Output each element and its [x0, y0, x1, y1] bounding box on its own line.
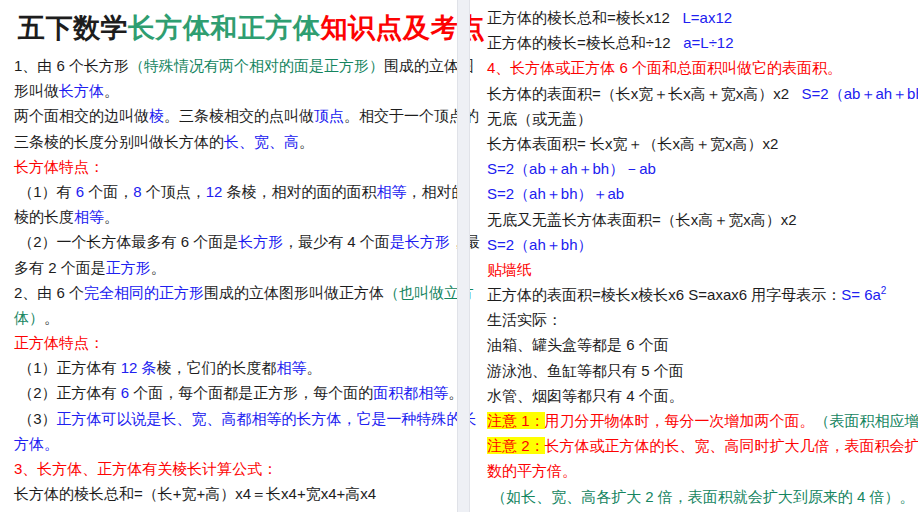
text-segment: 正方体的表面积=棱长x棱长x6 S=axax6 用字母表示： [487, 286, 841, 303]
page-gap-divider [457, 0, 470, 512]
text-segment: 三条棱的长度分别叫做长方体的 [14, 133, 224, 150]
text-segment: 长方体表面积= 长x宽＋（长x高＋宽x高）x2 [487, 135, 778, 152]
text-segment: （表面积相应增加） [815, 412, 918, 429]
text-segment: ，最少有 4 个面 [283, 233, 390, 250]
text-segment: （如长、宽、高各扩大 2 倍，表面积就会扩大到原来的 4 倍）。 [487, 488, 915, 505]
text-segment: 1、由 6 个长方形 [14, 57, 129, 74]
text-segment: 4、长方体或正方体 6 个面和总面积叫做它的表面积。 [487, 59, 842, 76]
text-segment: 。三条棱相交的点叫做 [164, 107, 314, 124]
text-segment: 注意 2： [487, 437, 545, 454]
text-segment: 棱，它们的长度都 [157, 359, 277, 376]
text-line: 多有 2 个面是正方形。 [14, 255, 458, 280]
text-line: 长方体的表面积=（长x宽＋长x高＋宽x高）x2 S=2（ab＋ah＋bh） [487, 81, 915, 106]
text-segment: 长方形 [238, 233, 283, 250]
text-segment: 长方体的表面积=（长x宽＋长x高＋宽x高）x2 [487, 85, 802, 102]
text-segment: S= 6a [841, 286, 881, 303]
text-line: 水管、烟囱等都只有 4 个面。 [487, 383, 915, 408]
text-segment: 正方形 [106, 259, 151, 276]
right-column: 正方体的棱长总和=棱长x12 L=ax12正方体的棱长=棱长总和÷12 a=L÷… [487, 5, 915, 512]
text-line: 棱的长度相等。 [14, 204, 458, 229]
text-segment: 多有 2 个面是 [14, 259, 106, 276]
text-line: L=（a＋b＋h）x4 [14, 506, 458, 512]
text-segment: 。 [104, 208, 119, 225]
text-line: （1）有 6 个面，8 个顶点，12 条棱，相对的面的面积相等，相对的 [14, 179, 458, 204]
text-segment: 五下数学 [18, 13, 128, 43]
text-line: 4、长方体或正方体 6 个面和总面积叫做它的表面积。 [487, 55, 915, 80]
text-segment: 。 [151, 259, 166, 276]
text-segment: 正方体的棱长=棱长总和÷12 [487, 34, 683, 51]
text-segment: 2、由 6 个 [14, 284, 84, 301]
text-line: 无底（或无盖） [487, 106, 915, 131]
text-line: （1）正方体有 12 条棱，它们的长度都相等。 [14, 355, 458, 380]
text-line: 三条棱的长度分别叫做长方体的长、宽、高。 [14, 129, 458, 154]
text-segment: S=2（ah＋bh） [487, 236, 592, 253]
text-segment: 个面，每个面都是正方形，每个面的 [129, 384, 373, 401]
text-line: （3）正方体可以说是长、宽、高都相等的长方体，它是一种特殊的长 [14, 406, 458, 431]
text-line: 形叫做长方体。 [14, 78, 458, 103]
text-line: 方体。 [14, 431, 458, 456]
text-segment: 无底又无盖长方体表面积=（长x高＋宽x高）x2 [487, 211, 797, 228]
text-segment: 。 [299, 133, 314, 150]
text-segment: 2 [881, 285, 887, 296]
text-segment: 相等 [74, 208, 104, 225]
text-segment: （1）有 [14, 183, 76, 200]
document-title: 五下数学长方体和正方体知识点及考点 [14, 8, 458, 48]
text-segment: 数的平方倍。 [487, 462, 577, 479]
text-segment: 长方体特点： [14, 158, 104, 175]
text-line: （如长、宽、高各扩大 2 倍，表面积就会扩大到原来的 4 倍）。 [487, 484, 915, 509]
left-column: 五下数学长方体和正方体知识点及考点 1、由 6 个长方形（特殊情况有两个相对的面… [14, 8, 458, 512]
text-line: S=2（ab＋ah＋bh）－ab [487, 156, 915, 181]
text-segment: 3、长方体、正方体有关棱长计算公式： [14, 460, 277, 477]
text-segment: 6 [121, 384, 129, 401]
text-segment: 正方体的棱长总和=棱长x12 [487, 9, 682, 26]
text-segment: （2）一个长方体最多有 6 个面是 [14, 233, 238, 250]
text-segment: 两个面相交的边叫做 [14, 107, 149, 124]
text-segment: 棱 [149, 107, 164, 124]
text-line: 数的平方倍。 [487, 458, 915, 483]
text-line: 1、由 6 个长方形（特殊情况有两个相对的面是正方形）围成的立体图 [14, 53, 458, 78]
text-segment: 面积都相等 [373, 384, 448, 401]
text-line: 正方体的表面积=棱长x棱长x6 S=axax6 用字母表示：S= 6a2 [487, 282, 915, 307]
text-segment: a=L÷12 [683, 34, 733, 51]
text-segment: S=2（ab＋ah＋bh） [802, 85, 918, 102]
text-line: 正方体特点： [14, 330, 458, 355]
text-segment: 水管、烟囱等都只有 4 个面。 [487, 387, 684, 404]
text-segment: 方体。 [14, 435, 59, 452]
text-segment: 注意 1： [487, 412, 545, 429]
text-line: 注意 1：用刀分开物体时，每分一次增加两个面。（表面积相应增加） [487, 408, 915, 433]
text-line: 长方体的棱长总和=（长+宽+高）x4＝长x4+宽x4+高x4 [14, 481, 458, 506]
document-page: 五下数学长方体和正方体知识点及考点 1、由 6 个长方形（特殊情况有两个相对的面… [0, 0, 918, 512]
text-segment: 12 [206, 183, 223, 200]
text-segment: 形叫做 [14, 82, 59, 99]
text-line: 正方体的棱长总和=棱长x12 L=ax12 [487, 5, 915, 30]
text-segment: 长方体的棱长总和=（长+宽+高）x4＝长x4+宽x4+高x4 [14, 485, 376, 502]
text-segment: 6 [76, 183, 84, 200]
text-segment: 。 [44, 309, 59, 326]
text-line: 贴墙纸 [487, 257, 915, 282]
text-segment: L=ax12 [682, 9, 732, 26]
text-segment: 12 条 [121, 359, 157, 376]
text-segment: 。 [104, 82, 119, 99]
text-segment: 个顶点， [142, 183, 206, 200]
text-line: 正方体的棱长=棱长总和÷12 a=L÷12 [487, 30, 915, 55]
text-segment: 长方体 [59, 82, 104, 99]
text-segment: 生活实际： [487, 311, 562, 328]
text-segment: 相等 [277, 359, 307, 376]
text-segment: 顶点 [314, 107, 344, 124]
text-line: 注意 2：长方体或正方体的长、宽、高同时扩大几倍，表面积会扩大倍 [487, 433, 915, 458]
text-line: （2）一个长方体最多有 6 个面是长方形，最少有 4 个面是长方形，最 [14, 229, 458, 254]
text-line: 油箱、罐头盒等都是 6 个面 [487, 332, 915, 357]
text-segment: 长方体和正方体 [128, 13, 321, 43]
text-line: S=2（ah＋bh） [487, 232, 915, 257]
text-segment: 油箱、罐头盒等都是 6 个面 [487, 336, 669, 353]
text-line: S=2（ah＋bh）＋ab [487, 181, 915, 206]
text-segment: 体） [14, 309, 44, 326]
text-line: 3、长方体、正方体有关棱长计算公式： [14, 456, 458, 481]
text-segment: 正方体可以说是长、宽、高都相等的长方体，它是一种特殊的长 [57, 410, 477, 427]
text-segment: 8 [133, 183, 141, 200]
text-segment: （3） [14, 410, 57, 427]
text-line: 长方体特点： [14, 154, 458, 179]
text-line: 无底又无盖长方体表面积=（长x高＋宽x高）x2 [487, 207, 915, 232]
text-segment: 。 [307, 359, 322, 376]
text-segment: 围成的立体图形叫做正方体 [204, 284, 384, 301]
